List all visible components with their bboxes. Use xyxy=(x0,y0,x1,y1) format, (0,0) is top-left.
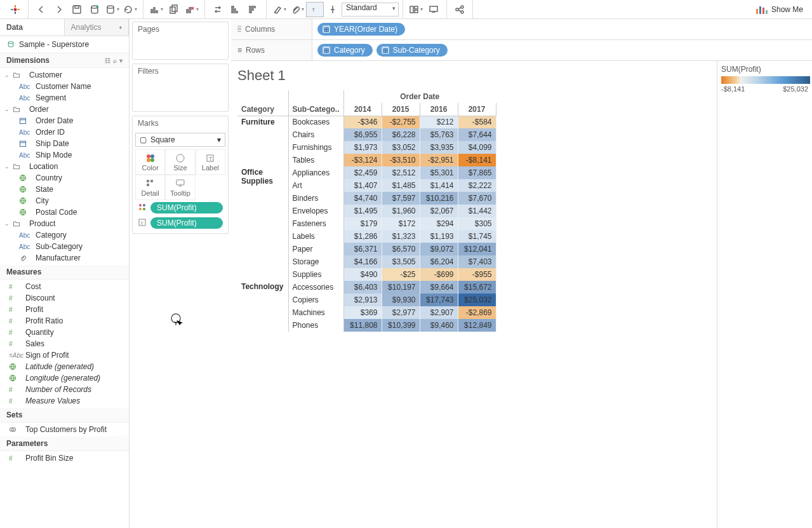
data-grid[interactable]: Order DateCategorySub-Catego..2014201520… xyxy=(237,90,710,332)
field-measure-values[interactable]: #Measure Values xyxy=(0,395,129,407)
tooltip-icon xyxy=(175,178,185,189)
svg-rect-32 xyxy=(20,141,26,146)
field-discount[interactable]: #Discount xyxy=(0,292,129,304)
field-sales[interactable]: #Sales xyxy=(0,338,129,349)
field-customer-name[interactable]: AbcCustomer Name xyxy=(0,81,129,92)
field-quantity[interactable]: #Quantity xyxy=(0,327,129,338)
autosave-button[interactable]: ▾ xyxy=(103,2,121,17)
new-worksheet-button[interactable]: ▾ xyxy=(147,2,165,17)
field-city[interactable]: City xyxy=(0,195,129,206)
back-button[interactable] xyxy=(32,2,50,17)
marks-tooltip[interactable]: Tooltip xyxy=(165,175,195,200)
columns-shelf[interactable]: ⦙⦙⦙Columns ⊞YEAR(Order Date) xyxy=(231,19,812,40)
pill-sub-category[interactable]: ⊞Sub-Category xyxy=(376,44,448,57)
field-country[interactable]: Country xyxy=(0,172,129,184)
labels-toggle-button[interactable]: T xyxy=(306,2,324,17)
datasource-name: Sample - Superstore xyxy=(19,40,89,49)
datasource-icon xyxy=(6,40,15,49)
highlight-button[interactable]: ▾ xyxy=(270,2,288,17)
table-row[interactable]: OfficeSuppliesAppliances$2,459$2,512$5,3… xyxy=(237,166,496,179)
datasource-item[interactable]: Sample - Superstore xyxy=(0,36,129,53)
svg-rect-21 xyxy=(250,11,251,13)
tab-data[interactable]: Data xyxy=(0,19,65,36)
marktype-select[interactable]: ▢Square▾ xyxy=(135,133,225,147)
field-profit-ratio[interactable]: #Profit Ratio xyxy=(0,315,129,327)
field-category[interactable]: AbcCategory xyxy=(0,229,129,241)
sheet-title[interactable]: Sheet 1 xyxy=(237,67,710,84)
parameters-header: Parameters xyxy=(0,437,129,451)
marks-color[interactable]: Color xyxy=(135,149,165,175)
presentation-button[interactable] xyxy=(425,2,443,17)
color-legend[interactable]: SUM(Profit) -$8,141$25,032 xyxy=(717,61,812,528)
show-me-button[interactable]: Show Me xyxy=(750,5,809,14)
forward-button[interactable] xyxy=(50,2,68,17)
marks-pill-color[interactable]: SUM(Profit) xyxy=(135,200,225,215)
columns-icon: ⦙⦙⦙ xyxy=(237,25,241,34)
marks-label[interactable]: TLabel xyxy=(196,149,225,175)
show-cards-button[interactable]: ▾ xyxy=(407,2,425,17)
field-order-id[interactable]: AbcOrder ID xyxy=(0,126,129,138)
svg-rect-26 xyxy=(430,6,437,11)
pill-year-order-date-[interactable]: ⊞YEAR(Order Date) xyxy=(317,23,405,36)
pages-shelf[interactable]: Pages xyxy=(132,22,229,60)
filters-shelf[interactable]: Filters xyxy=(132,64,229,112)
clear-sheet-button[interactable]: ▾ xyxy=(183,2,201,17)
search-icon[interactable]: ⌕ xyxy=(113,57,117,64)
marks-size[interactable]: Size xyxy=(165,149,195,175)
pin-button[interactable] xyxy=(324,2,342,17)
show-me-icon xyxy=(756,5,768,14)
field-manufacturer[interactable]: Manufacturer xyxy=(0,252,129,264)
show-me-label: Show Me xyxy=(771,5,803,14)
refresh-button[interactable]: ▾ xyxy=(121,2,139,17)
table-row[interactable]: FurnitureBookcases-$346-$2,755$212-$584 xyxy=(237,116,496,128)
svg-rect-17 xyxy=(232,9,236,10)
param-profit-bin-size[interactable]: #Profit Bin Size xyxy=(0,452,129,464)
pill-category[interactable]: ⊞Category xyxy=(317,44,373,57)
folder-customer[interactable]: ⌄Customer xyxy=(0,69,129,81)
field-sub-category[interactable]: AbcSub-Category xyxy=(0,241,129,252)
field-segment[interactable]: AbcSegment xyxy=(0,92,129,104)
share-button[interactable] xyxy=(451,2,469,17)
table-row[interactable]: TechnologyAccessories$6,403$10,197$9,664… xyxy=(237,281,496,294)
save-button[interactable] xyxy=(68,2,86,17)
svg-rect-49 xyxy=(150,180,153,182)
new-datasource-button[interactable] xyxy=(86,2,103,17)
svg-rect-20 xyxy=(250,9,253,10)
marks-detail[interactable]: Detail xyxy=(135,175,165,200)
attach-button[interactable]: ▾ xyxy=(288,2,306,17)
sort-asc-button[interactable] xyxy=(227,2,244,17)
folder-order[interactable]: ⌄Order xyxy=(0,104,129,115)
view-icon[interactable]: ☷ xyxy=(105,57,110,64)
tab-analytics[interactable]: Analytics♦ xyxy=(65,19,130,36)
field-sign-of-profit[interactable]: =AbcSign of Profit xyxy=(0,349,129,361)
field-state[interactable]: State xyxy=(0,184,129,195)
sort-desc-button[interactable] xyxy=(244,2,262,17)
field-ship-mode[interactable]: AbcShip Mode xyxy=(0,149,129,161)
field-cost[interactable]: #Cost xyxy=(0,281,129,292)
marks-pill-label[interactable]: T SUM(Profit) xyxy=(135,215,225,231)
field-order-date[interactable]: Order Date xyxy=(0,115,129,126)
legend-max: $25,032 xyxy=(783,85,808,93)
rows-label: Rows xyxy=(246,46,265,55)
folder-product[interactable]: ⌄Product xyxy=(0,218,129,229)
menu-icon[interactable]: ▾ xyxy=(119,57,123,64)
field-latitude-generated-[interactable]: Latitude (generated) xyxy=(0,361,129,372)
rows-shelf[interactable]: ≡Rows ⊞Category⊞Sub-Category xyxy=(231,40,812,61)
dimensions-header: Dimensions ☷⌕▾ xyxy=(0,53,129,68)
duplicate-button[interactable] xyxy=(165,2,183,17)
tableau-logo[interactable] xyxy=(6,2,24,17)
svg-rect-25 xyxy=(415,10,418,13)
field-number-of-records[interactable]: #Number of Records xyxy=(0,384,129,395)
set-top-customers-by-profit[interactable]: Top Customers by Profit xyxy=(0,424,129,435)
swap-button[interactable] xyxy=(209,2,227,17)
field-ship-date[interactable]: Ship Date xyxy=(0,138,129,149)
field-profit[interactable]: #Profit xyxy=(0,304,129,315)
svg-point-8 xyxy=(107,6,114,8)
filters-label: Filters xyxy=(133,64,228,78)
field-postal-code[interactable]: Postal Code xyxy=(0,206,129,218)
folder-location[interactable]: ⌄Location xyxy=(0,161,129,172)
svg-point-29 xyxy=(461,11,463,13)
fit-select[interactable]: Standard xyxy=(342,3,399,17)
field-longitude-generated-[interactable]: Longitude (generated) xyxy=(0,372,129,384)
rows-icon: ≡ xyxy=(237,46,242,55)
